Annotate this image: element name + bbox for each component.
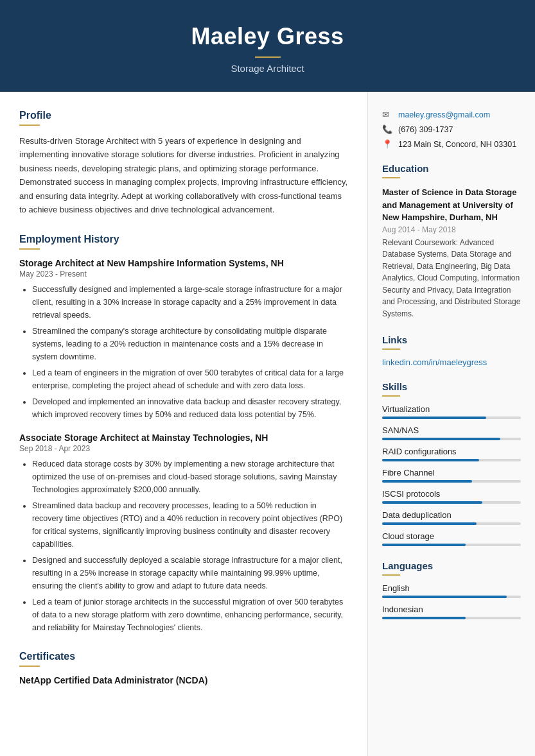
links-title: Links — [382, 334, 521, 345]
links-section: Links linkedin.com/in/maeleygress — [382, 334, 521, 367]
job-block-2: Associate Storage Architect at Mainstay … — [19, 433, 349, 634]
bullet-1-3: Led a team of engineers in the migration… — [32, 366, 349, 392]
job-bullets-2: Reduced data storage costs by 30% by imp… — [19, 458, 349, 634]
languages-container: English Indonesian — [382, 583, 521, 619]
skill-item-2: RAID configurations — [382, 447, 521, 461]
skill-bar-bg-5 — [382, 522, 521, 525]
bullet-2-2: Streamlined data backup and recovery pro… — [32, 499, 349, 551]
skills-divider — [382, 395, 400, 397]
contact-email-item: ✉ maeley.gress@gmail.com — [382, 110, 521, 119]
employment-title: Employment History — [19, 234, 349, 245]
skill-name-6: Cloud storage — [382, 531, 521, 541]
lang-item-1: Indonesian — [382, 605, 521, 619]
lang-bar-bg-0 — [382, 596, 521, 598]
header-title: Storage Architect — [13, 63, 522, 74]
skills-title: Skills — [382, 381, 521, 392]
lang-name-0: English — [382, 583, 521, 593]
job-dates-2: Sep 2018 - Apr 2023 — [19, 444, 349, 453]
contact-phone: (676) 309-1737 — [398, 125, 453, 134]
skill-bar-fill-1 — [382, 438, 500, 440]
header: Maeley Gress Storage Architect — [0, 0, 535, 92]
skill-bar-fill-6 — [382, 544, 466, 546]
lang-bar-fill-0 — [382, 596, 507, 598]
education-divider — [382, 177, 400, 178]
skill-bar-fill-2 — [382, 459, 479, 461]
certificates-divider — [19, 666, 40, 667]
job-bullets-1: Successfully designed and implemented a … — [19, 283, 349, 421]
skill-bar-bg-4 — [382, 501, 521, 504]
edu-desc-1: Relevant Coursework: Advanced Database S… — [382, 237, 521, 320]
skill-bar-fill-5 — [382, 522, 477, 525]
skill-item-5: Data deduplication — [382, 510, 521, 525]
email-icon: ✉ — [382, 110, 394, 119]
profile-title: Profile — [19, 110, 349, 121]
header-divider — [255, 56, 281, 58]
lang-item-0: English — [382, 583, 521, 598]
education-title: Education — [382, 163, 521, 174]
skill-bar-bg-1 — [382, 438, 521, 440]
skill-name-4: ISCSI protocols — [382, 489, 521, 499]
skill-bar-bg-0 — [382, 417, 521, 419]
languages-section: Languages English Indonesian — [382, 560, 521, 619]
job-title-1: Storage Architect at New Hampshire Infor… — [19, 258, 349, 268]
contact-address-item: 📍 123 Main St, Concord, NH 03301 — [382, 139, 521, 149]
languages-title: Languages — [382, 560, 521, 571]
left-column: Profile Results-driven Storage Architect… — [0, 92, 368, 756]
profile-section: Profile Results-driven Storage Architect… — [19, 110, 349, 217]
job-dates-1: May 2023 - Present — [19, 270, 349, 279]
bullet-2-3: Designed and successfully deployed a sca… — [32, 554, 349, 592]
skill-bar-bg-3 — [382, 480, 521, 483]
skill-name-0: Virtualization — [382, 404, 521, 414]
edu-dates-1: Aug 2014 - May 2018 — [382, 225, 521, 234]
lang-bar-fill-1 — [382, 617, 466, 619]
body-row: Profile Results-driven Storage Architect… — [0, 92, 535, 756]
contact-section: ✉ maeley.gress@gmail.com 📞 (676) 309-173… — [382, 110, 521, 149]
skill-name-5: Data deduplication — [382, 510, 521, 520]
header-name: Maeley Gress — [13, 23, 522, 50]
bullet-1-1: Successfully designed and implemented a … — [32, 283, 349, 322]
skill-bar-fill-3 — [382, 480, 472, 483]
profile-text: Results-driven Storage Architect with 5 … — [19, 134, 349, 217]
address-icon: 📍 — [382, 139, 394, 149]
skills-container: Virtualization SAN/NAS RAID configuratio… — [382, 404, 521, 546]
contact-address: 123 Main St, Concord, NH 03301 — [398, 140, 516, 149]
skill-item-4: ISCSI protocols — [382, 489, 521, 504]
skill-bar-bg-2 — [382, 459, 521, 461]
skill-item-3: Fibre Channel — [382, 468, 521, 483]
contact-email-link[interactable]: maeley.gress@gmail.com — [398, 110, 490, 119]
skill-bar-fill-0 — [382, 417, 486, 419]
cert-title-1: NetApp Certified Data Administrator (NCD… — [19, 675, 349, 685]
linkedin-link[interactable]: linkedin.com/in/maeleygress — [382, 357, 487, 367]
skill-bar-bg-6 — [382, 544, 521, 546]
bullet-2-1: Reduced data storage costs by 30% by imp… — [32, 458, 349, 496]
profile-divider — [19, 125, 40, 126]
skill-name-2: RAID configurations — [382, 447, 521, 456]
skill-item-6: Cloud storage — [382, 531, 521, 546]
skill-item-1: SAN/NAS — [382, 425, 521, 440]
resume-wrapper: Maeley Gress Storage Architect Profile R… — [0, 0, 535, 756]
skill-item-0: Virtualization — [382, 404, 521, 419]
lang-bar-bg-1 — [382, 617, 521, 619]
contact-phone-item: 📞 (676) 309-1737 — [382, 125, 521, 134]
links-divider — [382, 348, 400, 350]
phone-icon: 📞 — [382, 125, 394, 134]
job-title-2: Associate Storage Architect at Mainstay … — [19, 433, 349, 443]
bullet-1-2: Streamlined the company's storage archit… — [32, 325, 349, 363]
certificates-section: Certificates NetApp Certified Data Admin… — [19, 651, 349, 685]
skill-name-1: SAN/NAS — [382, 425, 521, 435]
certificates-title: Certificates — [19, 651, 349, 662]
bullet-1-4: Developed and implemented an innovative … — [32, 395, 349, 421]
employment-section: Employment History Storage Architect at … — [19, 234, 349, 634]
education-section: Education Master of Science in Data Stor… — [382, 163, 521, 320]
employment-divider — [19, 248, 40, 250]
skill-bar-fill-4 — [382, 501, 482, 504]
skill-name-3: Fibre Channel — [382, 468, 521, 477]
skills-section: Skills Virtualization SAN/NAS RAID confi… — [382, 381, 521, 546]
languages-divider — [382, 574, 400, 576]
bullet-2-4: Led a team of junior storage architects … — [32, 596, 349, 634]
edu-degree-1: Master of Science in Data Storage and Ma… — [382, 186, 521, 224]
job-block-1: Storage Architect at New Hampshire Infor… — [19, 258, 349, 421]
lang-name-1: Indonesian — [382, 605, 521, 614]
right-column: ✉ maeley.gress@gmail.com 📞 (676) 309-173… — [368, 92, 535, 756]
